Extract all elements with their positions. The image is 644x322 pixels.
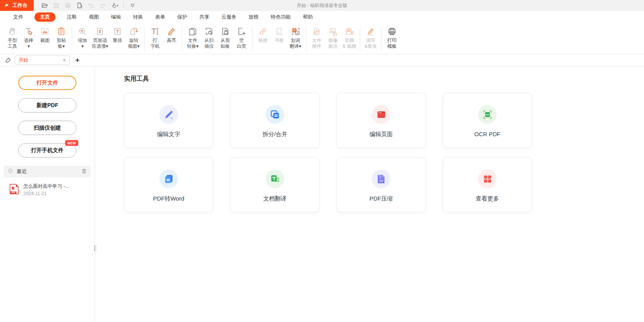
ribbon-item-label: 打字机 (150, 38, 160, 49)
menu-features[interactable]: 特色功能 (270, 12, 292, 22)
ribbon-item-label: 图像标注 (328, 38, 338, 49)
menu-form[interactable]: 表单 (154, 12, 166, 22)
page-tag-icon[interactable] (3, 55, 13, 65)
ribbon-separator (182, 27, 182, 51)
ribbon-bookmark[interactable]: 书签 (271, 24, 287, 43)
file-attachment-icon (312, 26, 322, 36)
card-view-more[interactable]: 查看更多 (443, 157, 532, 212)
card-edit-pages[interactable]: 编辑页面 (337, 93, 426, 148)
ribbon-item-label: 缩放▾ (78, 38, 87, 49)
ribbon-typewriter[interactable]: 打字机 (147, 24, 163, 49)
split-merge-icon (266, 105, 284, 124)
zoom-icon (78, 26, 88, 36)
new-document-button[interactable] (74, 1, 85, 10)
ribbon-word-translate[interactable]: 中A划词翻译▾ (287, 24, 304, 49)
clear-recent-button[interactable] (81, 168, 87, 175)
ribbon-reflow[interactable]: 重排 (109, 24, 126, 43)
recent-file-item[interactable]: PDF 怎么面对高中学习 -... 2024-11-21 (9, 183, 89, 196)
snapshot-icon (40, 26, 50, 36)
menu-protect[interactable]: 保护 (176, 12, 188, 22)
sidebar-splitter[interactable] (94, 245, 97, 251)
clock-icon (7, 168, 14, 175)
ribbon-rotate-view[interactable]: 旋转视图▾ (126, 24, 142, 49)
ribbon-separator (72, 27, 72, 51)
card-doc-translate[interactable]: 文档翻译 (230, 157, 319, 212)
card-edit-text[interactable]: 编辑文字 (124, 93, 213, 148)
menu-bar: 文件主页注释视图编辑转换表单保护共享云服务放映特色功能帮助 (0, 11, 644, 23)
save-button[interactable] (51, 1, 62, 10)
edit-text-icon (159, 105, 178, 124)
ribbon-from-clipboard[interactable]: 从剪贴板 (217, 24, 233, 49)
foxit-logo-icon (4, 2, 10, 9)
menu-home[interactable]: 主页 (35, 12, 55, 22)
touch-mode-button[interactable]: ▾ (109, 1, 120, 10)
pdf-file-icon: PDF (9, 184, 19, 196)
ribbon: 手型工具选择▾截图剪贴板▾缩放▾页面适应选项▾重排旋转视图▾打字机高亮文件转换▾… (0, 23, 644, 54)
open-folder-button[interactable] (39, 1, 50, 10)
menu-view[interactable]: 视图 (88, 12, 100, 22)
ribbon-group: 文件附件图像标注音频& 视频 (307, 24, 359, 54)
ribbon-from-scanner[interactable]: 从扫描仪 (201, 24, 217, 49)
menu-edit[interactable]: 编辑 (110, 12, 122, 22)
ribbon-item-label: 截图 (40, 38, 50, 43)
ribbon-fill-sign[interactable]: 填写&签名 (363, 24, 379, 49)
recent-header: 最近 (4, 166, 91, 177)
link-icon (258, 26, 268, 36)
card-split-merge[interactable]: 拆分/合并 (230, 93, 319, 148)
card-ocr-pdf[interactable]: PDFOCR PDF (443, 93, 532, 148)
ribbon-group: 打字机高亮 (146, 24, 181, 54)
undo-icon (88, 2, 95, 9)
ribbon-fit-page[interactable]: 页面适应选项▾ (91, 24, 109, 49)
ribbon-link[interactable]: 链接 (255, 24, 271, 43)
content-area: 打开文件新建PDF扫描仪创建打开手机文件NEW 最近 PDF 怎么面对高中学习 … (0, 66, 644, 322)
ribbon-clipboard[interactable]: 剪贴板▾ (53, 24, 69, 49)
ribbon-file-attachment[interactable]: 文件附件 (309, 24, 325, 49)
menu-convert[interactable]: 转换 (132, 12, 144, 22)
menu-cloud[interactable]: 云服务 (221, 12, 237, 22)
doc-translate-icon (266, 170, 284, 188)
card-pdf-to-word[interactable]: WPDF转Word (124, 157, 213, 212)
ribbon-item-label: 音频& 视频 (342, 38, 356, 49)
ribbon-image-annotation[interactable]: 图像标注 (325, 24, 341, 49)
sidebar-open-mobile-file-button[interactable]: 打开手机文件NEW (18, 143, 76, 158)
blank-page-icon (237, 26, 247, 36)
sidebar-scanner-create-button[interactable]: 扫描仪创建 (18, 121, 76, 135)
view-more-icon (478, 170, 497, 188)
new-document-icon (76, 2, 83, 9)
new-badge: NEW (65, 140, 78, 146)
redo-button[interactable] (97, 1, 108, 10)
print-button[interactable] (62, 1, 73, 10)
ribbon-select[interactable]: 选择▾ (21, 24, 37, 49)
menu-share[interactable]: 共享 (199, 12, 210, 22)
undo-button[interactable] (86, 1, 97, 10)
ribbon-blank-page[interactable]: 空白页 (233, 24, 250, 49)
ribbon-highlight[interactable]: 高亮 (163, 24, 180, 43)
ribbon-item-label: 剪贴板▾ (57, 38, 66, 49)
ribbon-group: 链接书签中A划词翻译▾ (254, 24, 305, 54)
recent-file-name: 怎么面对高中学习 -... (23, 183, 69, 190)
menu-comment[interactable]: 注释 (66, 12, 78, 22)
save-icon (53, 2, 60, 9)
svg-text:PDF: PDF (12, 191, 16, 194)
ribbon-snapshot[interactable]: 截图 (37, 24, 53, 43)
menu-help[interactable]: 帮助 (302, 12, 314, 22)
new-tab-button[interactable]: + (75, 56, 79, 64)
card-pdf-compress[interactable]: PDFPDF压缩 (337, 157, 426, 212)
image-annotation-icon (328, 26, 338, 36)
ribbon-convert-file[interactable]: 文件转换▾ (185, 24, 201, 49)
menu-slideshow[interactable]: 放映 (248, 12, 259, 22)
recent-title: 最近 (17, 168, 81, 175)
tab-close-icon[interactable]: × (63, 57, 66, 63)
ribbon-audio-video[interactable]: 音频& 视频 (341, 24, 357, 49)
sidebar-open-file-button[interactable]: 打开文件 (18, 76, 76, 90)
tool-cards: 编辑文字拆分/合并编辑页面PDFOCR PDFWPDF转Word文档翻译PDFP… (124, 93, 644, 212)
ribbon-hand-tool[interactable]: 手型工具 (4, 24, 21, 49)
sidebar-new-pdf-button[interactable]: 新建PDF (18, 98, 76, 113)
menu-file[interactable]: 文件 (12, 12, 24, 22)
workspace-button[interactable]: 工作台 (0, 0, 34, 11)
ribbon-print-template[interactable]: 打印模板 (384, 24, 400, 49)
ribbon-zoom[interactable]: 缩放▾ (74, 24, 91, 49)
collapse-toolbar-button[interactable] (127, 1, 138, 10)
ribbon-item-label: 文件附件 (312, 38, 321, 49)
tab-start[interactable]: 开始 × (15, 55, 70, 65)
